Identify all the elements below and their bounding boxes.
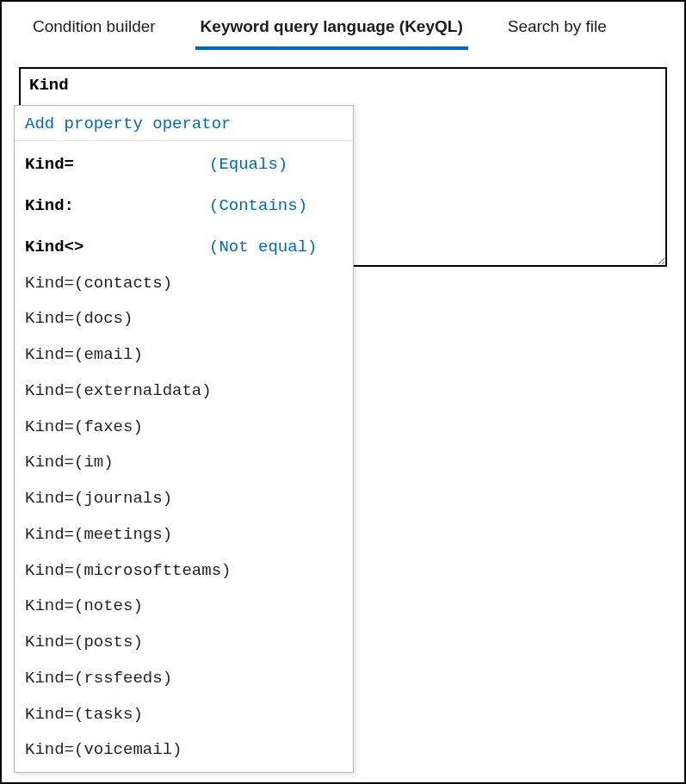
value-suggestion[interactable]: Kind=(microsoftteams) <box>15 553 353 590</box>
value-suggestion[interactable]: Kind=(journals) <box>15 481 353 517</box>
operator-desc: (Not equal) <box>209 238 317 256</box>
value-suggestion[interactable]: Kind=(voicemail) <box>15 732 353 769</box>
tab-strip: Condition builder Keyword query language… <box>2 2 684 50</box>
tab-condition-builder[interactable]: Condition builder <box>28 10 161 50</box>
operator-suggestion-equals[interactable]: Kind= (Equals) <box>15 141 353 182</box>
value-suggestion[interactable]: Kind=(faxes) <box>15 410 353 446</box>
value-suggestion[interactable]: Kind=(contacts) <box>15 266 353 302</box>
app-frame: Condition builder Keyword query language… <box>0 0 686 784</box>
operator-key: Kind= <box>25 150 209 179</box>
tab-keyql[interactable]: Keyword query language (KeyQL) <box>195 10 468 50</box>
autocomplete-header: Add property operator <box>15 106 353 141</box>
value-suggestion[interactable]: Kind=(meetings) <box>15 517 353 553</box>
operator-suggestion-contains[interactable]: Kind: (Contains) <box>15 182 353 224</box>
value-suggestion[interactable]: Kind=(rssfeeds) <box>15 661 353 697</box>
operator-desc: (Equals) <box>209 155 287 174</box>
operator-key: Kind: <box>25 191 209 220</box>
value-suggestion[interactable]: Kind=(notes) <box>15 589 353 625</box>
operator-key: Kind<> <box>25 232 209 262</box>
value-suggestion[interactable]: Kind=(posts) <box>15 625 353 661</box>
value-suggestion[interactable]: Kind=(im) <box>15 445 353 481</box>
operator-desc: (Contains) <box>209 196 307 215</box>
keyql-autocomplete: Add property operator Kind= (Equals) Kin… <box>14 105 354 773</box>
tab-search-by-file[interactable]: Search by file <box>503 10 612 50</box>
value-suggestion[interactable]: Kind=(docs) <box>15 301 353 337</box>
value-suggestion-list: Kind=(contacts) Kind=(docs) Kind=(email)… <box>15 266 353 773</box>
value-suggestion[interactable]: Kind=(email) <box>15 337 353 373</box>
value-suggestion[interactable]: Kind=(externaldata) <box>15 373 353 410</box>
operator-suggestion-not-equal[interactable]: Kind<> (Not equal) <box>15 224 353 265</box>
value-suggestion[interactable]: Kind=(tasks) <box>15 697 353 733</box>
